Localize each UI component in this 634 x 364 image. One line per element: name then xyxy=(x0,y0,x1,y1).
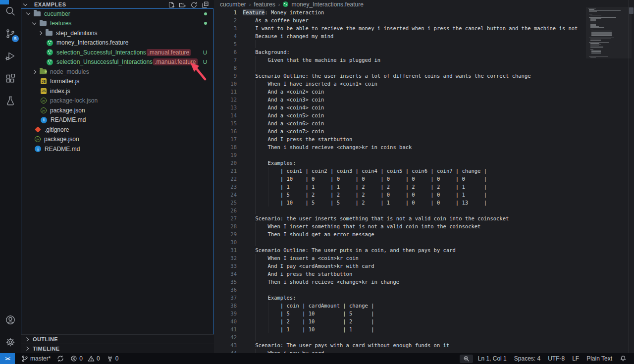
code-line[interactable]: 24 | 5 | 2 | 2 | 2 | 0 | 0 | 0 | 1 | xyxy=(214,191,586,199)
code-line[interactable]: 15 And a <coin6> coin xyxy=(214,119,586,127)
indent-guide xyxy=(255,64,256,72)
code-line[interactable]: 22 | 10 | 0 | 0 | 0 | 0 | 0 | 0 | 0 | xyxy=(214,175,586,183)
language-mode[interactable]: Plain Text xyxy=(586,355,612,362)
extensions-icon[interactable] xyxy=(0,67,21,89)
minimap[interactable] xyxy=(588,8,630,59)
testing-icon[interactable] xyxy=(0,89,21,111)
tree-item-features[interactable]: features xyxy=(21,19,214,29)
minimap-line xyxy=(589,42,609,43)
code-line[interactable]: 21 | coin1 | coin2 | coin3 | coin4 | coi… xyxy=(214,167,586,175)
code-line[interactable]: 23 | 1 | 1 | 1 | 2 | 2 | 2 | 2 | 1 | xyxy=(214,183,586,191)
tree-item-label: README.md xyxy=(45,146,80,153)
remote-indicator[interactable]: >< xyxy=(0,353,15,364)
tree-item-label: README.md xyxy=(51,116,86,123)
code-line[interactable]: 25 | 10 | 5 | 5 | 2 | 1 | 0 | 0 | 13 | xyxy=(214,199,586,207)
code-line[interactable]: 3 I want to be able to recieve the money… xyxy=(214,24,586,32)
indent-guide xyxy=(268,175,268,183)
tree-item-step-definitions[interactable]: step_definitions xyxy=(21,28,214,38)
zoom-icon[interactable] xyxy=(460,355,473,363)
code-line[interactable]: 44 When i pay by card xyxy=(214,349,586,353)
new-folder-icon[interactable] xyxy=(179,1,186,8)
code-line[interactable]: 11 And a <coin2> coin xyxy=(214,88,586,96)
code-line[interactable]: 29 Then I should get an error message xyxy=(214,230,586,238)
code-line[interactable]: 35 Then i should recieve <change>kr in c… xyxy=(214,278,586,286)
code-line[interactable]: 27 Scenario: the user inserts something … xyxy=(214,214,586,222)
code-text: Scenario Outline: The user puts in a coi… xyxy=(243,246,456,254)
problems-status[interactable]: 0 0 xyxy=(70,355,100,362)
run-and-debug-icon[interactable] xyxy=(0,45,21,67)
code-line[interactable]: 12 And a <coin3> coin xyxy=(214,96,586,104)
tree-item-node-modules[interactable]: node_modules xyxy=(21,67,214,77)
ports-status[interactable]: 0 xyxy=(106,355,119,362)
scrollbar-thumb[interactable] xyxy=(629,7,634,14)
encoding-status[interactable]: UTF-8 xyxy=(548,355,565,362)
code-line[interactable]: 34 And i press the startbutton xyxy=(214,270,586,278)
outline-section-header[interactable]: OUTLINE xyxy=(21,334,214,344)
code-line[interactable]: 39 | 5 | 10 | 5 | xyxy=(214,310,586,317)
eol-status[interactable]: LF xyxy=(572,355,579,362)
tree-item-package-json[interactable]: package.json xyxy=(21,105,214,115)
tree-item--gitignore[interactable]: .gitignore xyxy=(21,125,214,135)
breadcrumb-item[interactable]: features xyxy=(254,1,275,8)
code-line[interactable]: 2 As a coffee buyer xyxy=(214,16,586,24)
code-line[interactable]: 17 And I press the startbutton xyxy=(214,135,586,143)
breadcrumb-item[interactable]: money_Interactions.feature xyxy=(291,1,363,8)
source-control-icon[interactable]: 5 xyxy=(0,22,21,45)
error-count: 0 xyxy=(79,355,83,362)
code-line[interactable]: 33 And I pay <cardAmount>kr with card xyxy=(214,262,586,270)
refresh-explorer-icon[interactable] xyxy=(190,1,198,8)
tree-item-index-js[interactable]: index.js xyxy=(21,86,214,96)
code-line[interactable]: 30 xyxy=(214,238,586,246)
code-line[interactable]: 7 Given that the machine is plugged in xyxy=(214,56,586,64)
code-line[interactable]: 19 xyxy=(214,151,586,159)
notifications-bell-icon[interactable] xyxy=(620,355,627,362)
code-line[interactable]: 5 xyxy=(214,40,586,48)
cursor-position[interactable]: Ln 1, Col 1 xyxy=(478,355,507,362)
code-line[interactable]: 42 xyxy=(214,333,586,341)
breadcrumb-item[interactable]: cucumber xyxy=(220,1,246,8)
code-line[interactable]: 41 | 1 | 10 | 1 | xyxy=(214,325,586,333)
code-line[interactable]: 1Feature: Money interaction xyxy=(214,8,586,16)
code-line[interactable]: 38 | coin | cardAmount | change | xyxy=(214,302,586,310)
tree-item-package-json[interactable]: package.json xyxy=(21,135,214,145)
code-line[interactable]: 6 Background: xyxy=(214,48,586,56)
code-text: Given that the machine is plugged in xyxy=(243,56,380,64)
code-line[interactable]: 28 When I insert something that is not a… xyxy=(214,222,586,230)
new-file-icon[interactable] xyxy=(167,1,175,8)
code-line[interactable]: 16 And a <coin7> coin xyxy=(214,127,586,135)
settings-gear-icon[interactable] xyxy=(0,331,21,353)
minimap-line xyxy=(591,50,601,51)
indentation-status[interactable]: Spaces: 4 xyxy=(514,355,540,362)
tree-item-money-interactions-feature[interactable]: money_Interactions.feature xyxy=(21,38,214,48)
code-line[interactable]: 18 Then i should recieve <change>kr in c… xyxy=(214,143,586,151)
explorer-section-header[interactable]: EXAMPLES xyxy=(21,0,214,9)
code-line[interactable]: 8 xyxy=(214,64,586,72)
code-line[interactable]: 10 When I have inserted a <coin1> coin xyxy=(214,80,586,88)
code-line[interactable]: 32 When I insert a <coin>kr coin xyxy=(214,254,586,262)
code-line[interactable]: 36 xyxy=(214,286,586,294)
code-line[interactable]: 9 Scenario Outline: the user inserts a l… xyxy=(214,72,586,80)
tree-item-selection-successful-interactions[interactable]: selection_Successful_Interactions.manual… xyxy=(21,48,214,57)
tree-item-readme-md[interactable]: README.md xyxy=(21,144,214,154)
code-line[interactable]: 31 Scenario Outline: The user puts in a … xyxy=(214,246,586,254)
sync-icon[interactable] xyxy=(57,355,64,362)
timeline-section-header[interactable]: TIMELINE xyxy=(21,344,214,353)
collapse-folders-icon[interactable] xyxy=(202,1,209,8)
code-line[interactable]: 14 And a <coin5> coin xyxy=(214,111,586,119)
code-line[interactable]: 20 Examples: xyxy=(214,159,586,167)
tree-item-selection-unsuccessful-interactions[interactable]: selection_Unsuccessful_Interactions.manu… xyxy=(21,57,214,67)
search-icon[interactable] xyxy=(0,0,21,22)
code-line[interactable]: 13 And a <coin4> coin xyxy=(214,104,586,111)
accounts-icon[interactable] xyxy=(0,309,21,331)
tree-item-cucumber[interactable]: cucumber xyxy=(21,9,214,19)
tree-item-package-lock-json[interactable]: package-lock.json xyxy=(21,96,214,106)
code-line[interactable]: 26 xyxy=(214,207,586,214)
code-line[interactable]: 43 Scenario: The user pays with a card w… xyxy=(214,341,586,349)
code-area[interactable]: 1Feature: Money interaction2 As a coffee… xyxy=(214,8,586,353)
code-line[interactable]: 4 Because i changed my mind xyxy=(214,32,586,40)
git-branch[interactable]: master* xyxy=(21,355,51,363)
code-line[interactable]: 37 Examples: xyxy=(214,294,586,302)
tree-item-readme-md[interactable]: README.md xyxy=(21,115,214,125)
code-line[interactable]: 40 | 2 | 10 | 2 | xyxy=(214,317,586,325)
tree-item-formatter-js[interactable]: formatter.js xyxy=(21,77,214,87)
